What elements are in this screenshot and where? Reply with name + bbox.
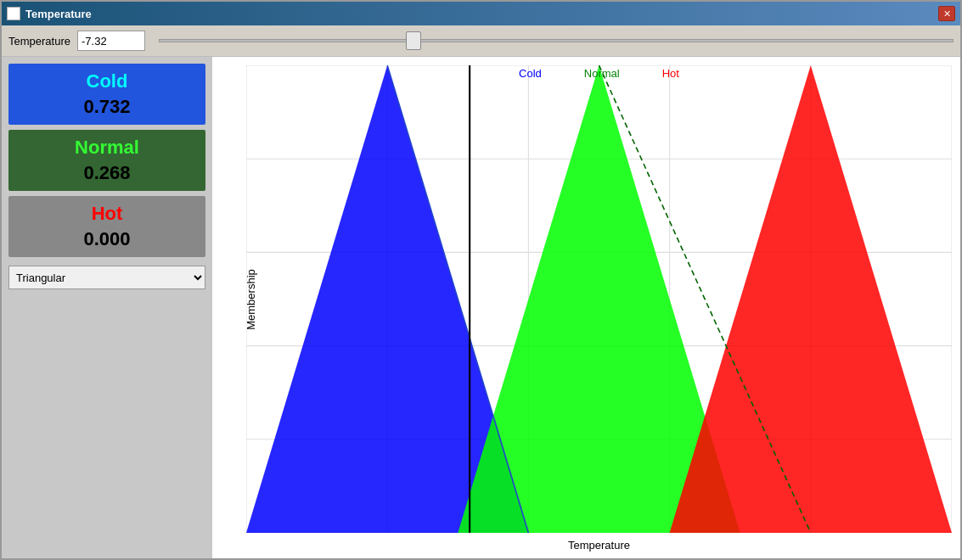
temperature-label: Temperature bbox=[8, 35, 70, 48]
cold-legend: Cold bbox=[519, 67, 542, 80]
chart-area: Membership Temperature bbox=[212, 57, 960, 558]
temperature-input[interactable] bbox=[77, 31, 145, 51]
normal-label: Normal bbox=[15, 137, 199, 159]
chart-svg: 1 0.8 0.6 0.4 0.2 0 -20 -12 -4 4 12 20 bbox=[246, 65, 952, 533]
hot-triangle bbox=[670, 65, 952, 533]
chart-inner: Membership Temperature bbox=[246, 65, 952, 533]
main-window: Temperature ✕ Temperature Cold 0.732 Nor… bbox=[0, 0, 962, 560]
function-type-dropdown[interactable]: Triangular Trapezoidal Gaussian bbox=[8, 266, 205, 289]
left-panel: Cold 0.732 Normal 0.268 Hot 0.000 Triang… bbox=[2, 57, 212, 558]
cold-value: 0.732 bbox=[15, 96, 199, 118]
title-bar: Temperature ✕ bbox=[2, 2, 960, 25]
slider-container bbox=[159, 39, 954, 42]
normal-value: 0.268 bbox=[15, 162, 199, 184]
title-bar-left: Temperature bbox=[7, 7, 92, 20]
main-content: Cold 0.732 Normal 0.268 Hot 0.000 Triang… bbox=[2, 57, 960, 558]
chart-legend: Cold Normal Hot bbox=[246, 67, 952, 80]
normal-legend: Normal bbox=[584, 67, 620, 80]
cold-box: Cold 0.732 bbox=[8, 64, 205, 125]
y-axis-label: Membership bbox=[245, 269, 257, 330]
hot-value: 0.000 bbox=[15, 228, 199, 250]
normal-box: Normal 0.268 bbox=[8, 130, 205, 191]
hot-label: Hot bbox=[15, 203, 199, 225]
window-icon bbox=[7, 7, 20, 20]
cold-label: Cold bbox=[15, 70, 199, 92]
hot-box: Hot 0.000 bbox=[8, 196, 205, 257]
toolbar: Temperature bbox=[2, 25, 960, 57]
close-button[interactable]: ✕ bbox=[938, 6, 955, 21]
window-title: Temperature bbox=[25, 8, 92, 20]
dropdown-container: Triangular Trapezoidal Gaussian bbox=[8, 266, 205, 289]
temperature-slider[interactable] bbox=[159, 39, 954, 42]
hot-legend: Hot bbox=[662, 67, 679, 80]
x-axis-label: Temperature bbox=[568, 539, 630, 552]
